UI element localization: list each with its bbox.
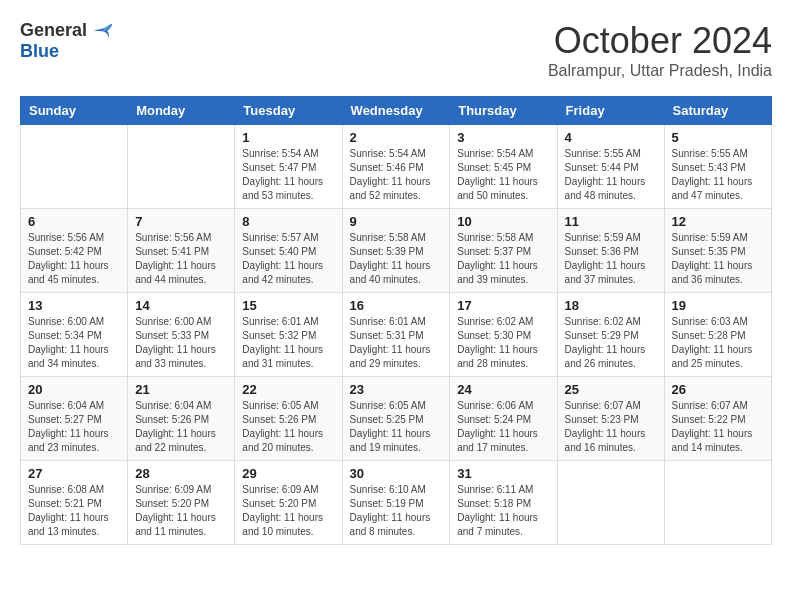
- day-info: Sunrise: 6:05 AM Sunset: 5:25 PM Dayligh…: [350, 399, 443, 455]
- day-number: 29: [242, 466, 334, 481]
- day-info: Sunrise: 6:02 AM Sunset: 5:29 PM Dayligh…: [565, 315, 657, 371]
- calendar-week-row: 1Sunrise: 5:54 AM Sunset: 5:47 PM Daylig…: [21, 125, 772, 209]
- day-number: 20: [28, 382, 120, 397]
- calendar-cell: 7Sunrise: 5:56 AM Sunset: 5:41 PM Daylig…: [128, 209, 235, 293]
- calendar-cell: [557, 461, 664, 545]
- day-info: Sunrise: 5:55 AM Sunset: 5:44 PM Dayligh…: [565, 147, 657, 203]
- day-number: 7: [135, 214, 227, 229]
- day-info: Sunrise: 5:54 AM Sunset: 5:46 PM Dayligh…: [350, 147, 443, 203]
- day-info: Sunrise: 6:07 AM Sunset: 5:22 PM Dayligh…: [672, 399, 764, 455]
- calendar-cell: 20Sunrise: 6:04 AM Sunset: 5:27 PM Dayli…: [21, 377, 128, 461]
- day-number: 31: [457, 466, 549, 481]
- day-info: Sunrise: 5:58 AM Sunset: 5:39 PM Dayligh…: [350, 231, 443, 287]
- calendar-cell: 15Sunrise: 6:01 AM Sunset: 5:32 PM Dayli…: [235, 293, 342, 377]
- day-number: 26: [672, 382, 764, 397]
- calendar-cell: 31Sunrise: 6:11 AM Sunset: 5:18 PM Dayli…: [450, 461, 557, 545]
- day-number: 19: [672, 298, 764, 313]
- day-info: Sunrise: 6:00 AM Sunset: 5:34 PM Dayligh…: [28, 315, 120, 371]
- day-number: 2: [350, 130, 443, 145]
- day-number: 9: [350, 214, 443, 229]
- day-number: 23: [350, 382, 443, 397]
- calendar-cell: 18Sunrise: 6:02 AM Sunset: 5:29 PM Dayli…: [557, 293, 664, 377]
- day-info: Sunrise: 6:11 AM Sunset: 5:18 PM Dayligh…: [457, 483, 549, 539]
- day-number: 1: [242, 130, 334, 145]
- day-info: Sunrise: 6:05 AM Sunset: 5:26 PM Dayligh…: [242, 399, 334, 455]
- calendar-cell: 3Sunrise: 5:54 AM Sunset: 5:45 PM Daylig…: [450, 125, 557, 209]
- day-info: Sunrise: 5:56 AM Sunset: 5:41 PM Dayligh…: [135, 231, 227, 287]
- calendar-cell: 6Sunrise: 5:56 AM Sunset: 5:42 PM Daylig…: [21, 209, 128, 293]
- logo-blue-text: Blue: [20, 41, 59, 62]
- day-number: 11: [565, 214, 657, 229]
- day-number: 10: [457, 214, 549, 229]
- calendar-cell: 29Sunrise: 6:09 AM Sunset: 5:20 PM Dayli…: [235, 461, 342, 545]
- weekday-header-wednesday: Wednesday: [342, 97, 450, 125]
- day-info: Sunrise: 5:57 AM Sunset: 5:40 PM Dayligh…: [242, 231, 334, 287]
- calendar-header-row: SundayMondayTuesdayWednesdayThursdayFrid…: [21, 97, 772, 125]
- logo-bird-icon: [91, 22, 113, 40]
- day-number: 15: [242, 298, 334, 313]
- calendar-cell: 24Sunrise: 6:06 AM Sunset: 5:24 PM Dayli…: [450, 377, 557, 461]
- calendar-cell: 21Sunrise: 6:04 AM Sunset: 5:26 PM Dayli…: [128, 377, 235, 461]
- day-info: Sunrise: 5:58 AM Sunset: 5:37 PM Dayligh…: [457, 231, 549, 287]
- calendar-cell: [128, 125, 235, 209]
- calendar-cell: 1Sunrise: 5:54 AM Sunset: 5:47 PM Daylig…: [235, 125, 342, 209]
- calendar-cell: [664, 461, 771, 545]
- day-info: Sunrise: 6:09 AM Sunset: 5:20 PM Dayligh…: [242, 483, 334, 539]
- day-info: Sunrise: 6:10 AM Sunset: 5:19 PM Dayligh…: [350, 483, 443, 539]
- day-number: 3: [457, 130, 549, 145]
- calendar-week-row: 27Sunrise: 6:08 AM Sunset: 5:21 PM Dayli…: [21, 461, 772, 545]
- weekday-header-thursday: Thursday: [450, 97, 557, 125]
- weekday-header-friday: Friday: [557, 97, 664, 125]
- day-number: 17: [457, 298, 549, 313]
- weekday-header-saturday: Saturday: [664, 97, 771, 125]
- day-info: Sunrise: 5:56 AM Sunset: 5:42 PM Dayligh…: [28, 231, 120, 287]
- day-number: 13: [28, 298, 120, 313]
- calendar-cell: 13Sunrise: 6:00 AM Sunset: 5:34 PM Dayli…: [21, 293, 128, 377]
- day-number: 6: [28, 214, 120, 229]
- calendar-week-row: 20Sunrise: 6:04 AM Sunset: 5:27 PM Dayli…: [21, 377, 772, 461]
- day-number: 30: [350, 466, 443, 481]
- day-info: Sunrise: 5:59 AM Sunset: 5:36 PM Dayligh…: [565, 231, 657, 287]
- calendar-cell: 27Sunrise: 6:08 AM Sunset: 5:21 PM Dayli…: [21, 461, 128, 545]
- day-number: 18: [565, 298, 657, 313]
- day-number: 27: [28, 466, 120, 481]
- day-info: Sunrise: 5:54 AM Sunset: 5:45 PM Dayligh…: [457, 147, 549, 203]
- weekday-header-monday: Monday: [128, 97, 235, 125]
- day-info: Sunrise: 6:04 AM Sunset: 5:26 PM Dayligh…: [135, 399, 227, 455]
- day-info: Sunrise: 6:02 AM Sunset: 5:30 PM Dayligh…: [457, 315, 549, 371]
- day-info: Sunrise: 5:59 AM Sunset: 5:35 PM Dayligh…: [672, 231, 764, 287]
- day-number: 14: [135, 298, 227, 313]
- day-number: 25: [565, 382, 657, 397]
- day-info: Sunrise: 6:03 AM Sunset: 5:28 PM Dayligh…: [672, 315, 764, 371]
- day-number: 24: [457, 382, 549, 397]
- calendar-cell: 28Sunrise: 6:09 AM Sunset: 5:20 PM Dayli…: [128, 461, 235, 545]
- calendar-cell: 26Sunrise: 6:07 AM Sunset: 5:22 PM Dayli…: [664, 377, 771, 461]
- calendar-cell: 10Sunrise: 5:58 AM Sunset: 5:37 PM Dayli…: [450, 209, 557, 293]
- calendar-cell: 4Sunrise: 5:55 AM Sunset: 5:44 PM Daylig…: [557, 125, 664, 209]
- calendar-cell: 14Sunrise: 6:00 AM Sunset: 5:33 PM Dayli…: [128, 293, 235, 377]
- calendar-cell: 9Sunrise: 5:58 AM Sunset: 5:39 PM Daylig…: [342, 209, 450, 293]
- calendar-cell: 25Sunrise: 6:07 AM Sunset: 5:23 PM Dayli…: [557, 377, 664, 461]
- logo-general: General: [20, 20, 87, 41]
- day-number: 28: [135, 466, 227, 481]
- calendar-cell: 2Sunrise: 5:54 AM Sunset: 5:46 PM Daylig…: [342, 125, 450, 209]
- location-subtitle: Balrampur, Uttar Pradesh, India: [548, 62, 772, 80]
- calendar-cell: 11Sunrise: 5:59 AM Sunset: 5:36 PM Dayli…: [557, 209, 664, 293]
- day-info: Sunrise: 6:08 AM Sunset: 5:21 PM Dayligh…: [28, 483, 120, 539]
- calendar-cell: 12Sunrise: 5:59 AM Sunset: 5:35 PM Dayli…: [664, 209, 771, 293]
- weekday-header-sunday: Sunday: [21, 97, 128, 125]
- day-info: Sunrise: 6:00 AM Sunset: 5:33 PM Dayligh…: [135, 315, 227, 371]
- calendar-cell: 8Sunrise: 5:57 AM Sunset: 5:40 PM Daylig…: [235, 209, 342, 293]
- day-info: Sunrise: 5:54 AM Sunset: 5:47 PM Dayligh…: [242, 147, 334, 203]
- day-info: Sunrise: 5:55 AM Sunset: 5:43 PM Dayligh…: [672, 147, 764, 203]
- logo: General Blue: [20, 20, 113, 62]
- day-number: 8: [242, 214, 334, 229]
- calendar-cell: 30Sunrise: 6:10 AM Sunset: 5:19 PM Dayli…: [342, 461, 450, 545]
- weekday-header-tuesday: Tuesday: [235, 97, 342, 125]
- day-info: Sunrise: 6:09 AM Sunset: 5:20 PM Dayligh…: [135, 483, 227, 539]
- title-area: October 2024 Balrampur, Uttar Pradesh, I…: [548, 20, 772, 80]
- calendar-week-row: 6Sunrise: 5:56 AM Sunset: 5:42 PM Daylig…: [21, 209, 772, 293]
- day-number: 5: [672, 130, 764, 145]
- day-number: 16: [350, 298, 443, 313]
- day-number: 22: [242, 382, 334, 397]
